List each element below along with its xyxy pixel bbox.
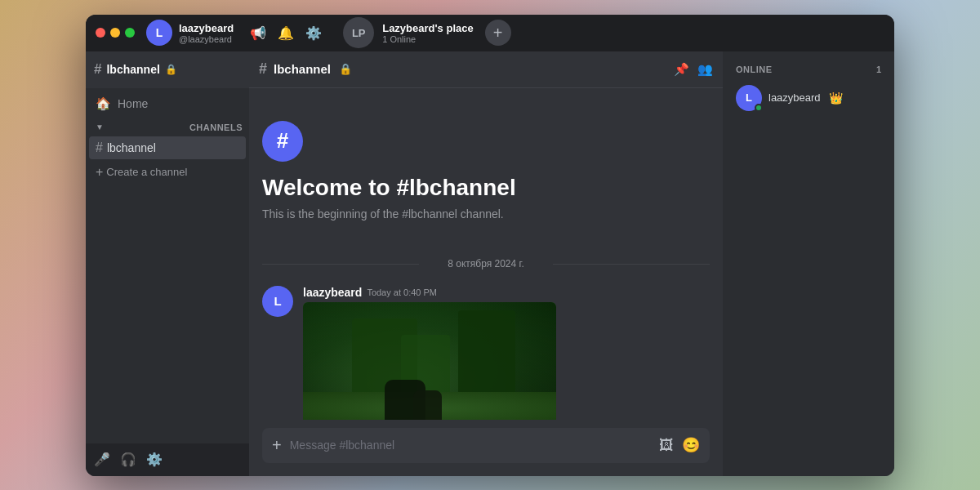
- title-bar: L laazybeard @laazybeard 📢 🔔 ⚙️ LP Lazyb…: [86, 15, 894, 51]
- emoji-icon[interactable]: 😊: [682, 436, 700, 454]
- message-time: Today at 0:40 PM: [367, 287, 437, 297]
- chevron-down-icon: ▼: [96, 122, 104, 131]
- window-controls: [96, 28, 135, 38]
- add-server-button[interactable]: +: [485, 20, 511, 46]
- message-header: laazybeard Today at 0:40 PM: [303, 286, 710, 299]
- chat-input-area: + 🖼 😊: [249, 420, 723, 476]
- server-section[interactable]: LP Lazybeard's place 1 Online: [343, 17, 473, 48]
- headset-icon[interactable]: 🎧: [120, 452, 136, 467]
- image-icon[interactable]: 🖼: [659, 437, 674, 454]
- mute-mic-icon[interactable]: 🎤: [94, 452, 110, 467]
- online-header: Online 1: [729, 61, 888, 78]
- lock-icon: 🔒: [165, 64, 177, 75]
- close-button[interactable]: [96, 28, 105, 38]
- chat-input-box: + 🖼 😊: [262, 428, 710, 463]
- channel-item-lbchannel[interactable]: # lbchannel 👥 ⚙️: [89, 136, 246, 159]
- home-label: Home: [118, 97, 148, 110]
- channels-title: CHANNELS: [189, 122, 243, 132]
- message-content: laazybeard Today at 0:40 PM: [303, 286, 710, 420]
- server-name: Lazybeard's place: [382, 22, 473, 34]
- character-2: [413, 390, 442, 420]
- online-status-dot: [755, 104, 763, 112]
- welcome-title: Welcome to #lbchannel: [262, 175, 710, 201]
- message-input[interactable]: [290, 439, 651, 452]
- channel-name-header: lbchannel: [106, 63, 159, 76]
- member-list-icon[interactable]: 👥: [697, 62, 713, 77]
- maximize-button[interactable]: [125, 28, 135, 38]
- channel-action-icons: 👥 ⚙️: [210, 141, 239, 154]
- chat-header-lock-icon: 🔒: [339, 63, 352, 75]
- bell-icon[interactable]: 🔔: [278, 25, 294, 41]
- display-name: laazybeard: [179, 22, 234, 34]
- user-info: L laazybeard @laazybeard: [146, 20, 234, 46]
- online-user-avatar: L: [736, 85, 762, 111]
- create-channel-button[interactable]: + Create a channel: [89, 160, 246, 185]
- chat-messages: # Welcome to #lbchannel This is the begi…: [249, 88, 723, 420]
- channel-hash-icon: #: [96, 140, 103, 155]
- create-channel-label: Create a channel: [106, 166, 187, 178]
- server-online: 1 Online: [382, 34, 473, 44]
- user-names: laazybeard @laazybeard: [179, 22, 234, 44]
- bottom-bar: 🎤 🎧 ⚙️: [86, 443, 249, 476]
- input-icons: 🖼 😊: [659, 436, 700, 454]
- channel-hash-header: #: [94, 61, 101, 78]
- channel-header-bar: # lbchannel 🔒: [86, 51, 249, 88]
- avatar: L: [146, 20, 172, 46]
- chat-header-channel-name: lbchannel: [274, 62, 331, 76]
- gear-icon[interactable]: ⚙️: [305, 25, 322, 41]
- message-avatar: L: [262, 286, 293, 317]
- minimize-button[interactable]: [110, 28, 120, 38]
- app-window: L laazybeard @laazybeard 📢 🔔 ⚙️ LP Lazyb…: [86, 15, 894, 476]
- channels-section: ▼ CHANNELS # lbchannel 👥 ⚙️ + Create a c…: [86, 119, 249, 443]
- message-image[interactable]: THE LAST OF US PART II REMASTERED: [303, 302, 556, 420]
- chat-header-right: 📌 👥: [674, 62, 713, 77]
- welcome-hash-icon: #: [262, 121, 303, 162]
- online-title: Online: [736, 65, 773, 74]
- user-settings-icon[interactable]: ⚙️: [146, 452, 163, 467]
- user-tag: @laazybeard: [179, 34, 234, 44]
- welcome-area: # Welcome to #lbchannel This is the begi…: [262, 105, 710, 245]
- online-count: 1: [876, 65, 881, 74]
- crown-icon: 👑: [829, 91, 843, 105]
- message-author: laazybeard: [303, 286, 362, 299]
- channels-header[interactable]: ▼ CHANNELS: [86, 119, 249, 136]
- megaphone-icon[interactable]: 📢: [250, 25, 266, 41]
- online-user-name: laazybeard: [768, 91, 821, 104]
- welcome-description: This is the beginning of the #lbchannel …: [262, 207, 710, 220]
- server-info: Lazybeard's place 1 Online: [382, 22, 473, 44]
- date-divider: 8 октября 2024 г.: [262, 258, 710, 270]
- online-panel: Online 1 L laazybeard 👑: [723, 51, 894, 476]
- plus-icon: +: [96, 165, 103, 180]
- title-bar-icons: 📢 🔔 ⚙️: [250, 25, 322, 41]
- main-content: # lbchannel 🔒 🏠 Home ▼ CHANNELS # lbchan…: [86, 51, 894, 476]
- chat-area: # lbchannel 🔒 📌 👥 # Welcome to #lbchanne…: [249, 51, 723, 476]
- server-avatar: LP: [343, 17, 374, 48]
- attach-button[interactable]: +: [272, 436, 282, 455]
- channel-name: lbchannel: [107, 141, 210, 154]
- chat-header-hash-icon: #: [259, 60, 267, 78]
- online-user-item[interactable]: L laazybeard 👑: [729, 81, 888, 115]
- chat-header: # lbchannel 🔒 📌 👥: [249, 51, 723, 88]
- home-icon: 🏠: [96, 96, 111, 111]
- sidebar-item-home[interactable]: 🏠 Home: [86, 88, 249, 119]
- sidebar: # lbchannel 🔒 🏠 Home ▼ CHANNELS # lbchan…: [86, 51, 249, 476]
- pin-icon[interactable]: 📌: [674, 62, 689, 77]
- message-item: L laazybeard Today at 0:40 PM: [262, 283, 710, 420]
